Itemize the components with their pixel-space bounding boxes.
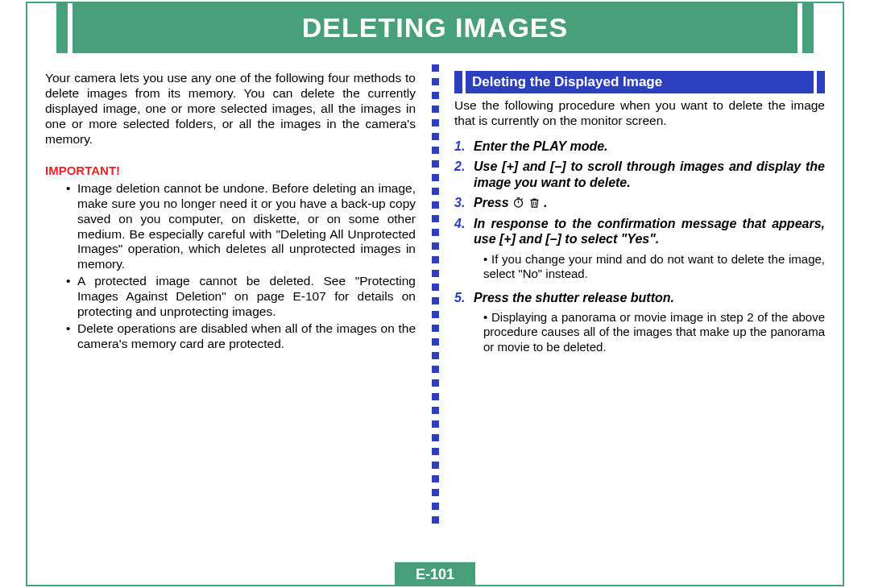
important-label: IMPORTANT! bbox=[45, 164, 416, 178]
timer-icon bbox=[512, 196, 528, 209]
step-number: 5. bbox=[454, 290, 474, 306]
section-heading-bar: Deleting the Displayed Image bbox=[454, 71, 825, 93]
page-number: E-101 bbox=[416, 566, 454, 583]
step-number: 1. bbox=[454, 139, 474, 155]
manual-page: DELETING IMAGES Your camera lets you use… bbox=[0, 0, 870, 588]
section-intro: Use the following procedure when you wan… bbox=[454, 98, 825, 129]
important-bullets: Image deletion cannot be undone. Before … bbox=[45, 181, 416, 352]
content-area: Your camera lets you use any one of the … bbox=[45, 71, 825, 553]
step-4-note: If you change your mind and do not want … bbox=[483, 252, 825, 282]
svg-line-3 bbox=[521, 199, 522, 200]
bullet-item: A protected image cannot be deleted. See… bbox=[77, 274, 416, 320]
step-text-prefix: Press bbox=[474, 196, 512, 209]
step-3: 3. Press . bbox=[454, 195, 825, 211]
step-2: 2. Use [+] and [–] to scroll through ima… bbox=[454, 159, 825, 190]
intro-paragraph: Your camera lets you use any one of the … bbox=[45, 71, 416, 147]
step-text: Use [+] and [–] to scroll through images… bbox=[474, 159, 825, 190]
bullet-item: Delete operations are disabled when all … bbox=[77, 321, 416, 352]
step-text: In response to the confirmation message … bbox=[474, 216, 825, 247]
step-5-note: Displaying a panorama or movie image in … bbox=[483, 310, 825, 354]
step-number: 3. bbox=[454, 195, 474, 211]
bullet-item: Image deletion cannot be undone. Before … bbox=[77, 181, 416, 272]
step-text: Press . bbox=[474, 195, 825, 211]
page-number-badge: E-101 bbox=[395, 562, 475, 586]
header-accent-left bbox=[56, 2, 68, 53]
header-band: DELETING IMAGES bbox=[72, 2, 798, 53]
step-1: 1. Enter the PLAY mode. bbox=[454, 139, 825, 155]
section-title: Deleting the Displayed Image bbox=[466, 71, 814, 93]
step-text-suffix: . bbox=[544, 196, 547, 209]
step-number: 4. bbox=[454, 216, 474, 247]
step-text: Press the shutter release button. bbox=[474, 290, 825, 306]
header-accent-right bbox=[802, 2, 814, 53]
trash-icon bbox=[528, 196, 544, 209]
step-4: 4. In response to the confirmation messa… bbox=[454, 216, 825, 247]
steps-list: 1. Enter the PLAY mode. 2. Use [+] and [… bbox=[454, 139, 825, 354]
page-title: DELETING IMAGES bbox=[302, 12, 568, 43]
step-text: Enter the PLAY mode. bbox=[474, 139, 825, 155]
left-column: Your camera lets you use any one of the … bbox=[45, 71, 430, 553]
right-column: Deleting the Displayed Image Use the fol… bbox=[430, 71, 825, 553]
step-number: 2. bbox=[454, 159, 474, 190]
step-5: 5. Press the shutter release button. bbox=[454, 290, 825, 306]
